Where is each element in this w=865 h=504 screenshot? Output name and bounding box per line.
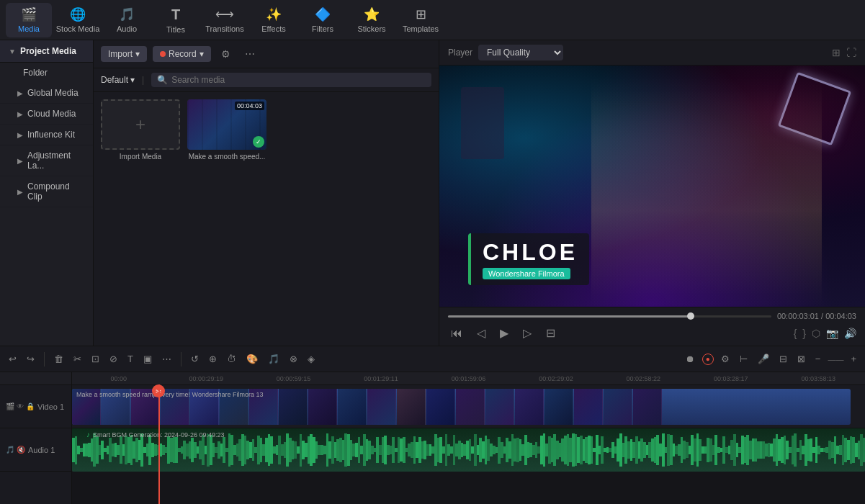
import-button[interactable]: Import ▾ xyxy=(101,46,147,62)
bracket-right-icon[interactable]: } xyxy=(802,328,806,339)
video-shelf-decoration xyxy=(461,87,504,159)
film-frame xyxy=(633,389,662,425)
quality-select[interactable]: Full Quality Half Quality Quarter Qualit… xyxy=(478,45,563,60)
tool-transitions[interactable]: ⟷ Transitions xyxy=(202,3,248,37)
audio-icon: 🎵 xyxy=(119,6,135,22)
mute-icon[interactable]: 🔇 xyxy=(17,446,25,454)
player-icons: ⊞ ⛶ xyxy=(832,47,856,58)
layers-button[interactable]: ⊟ xyxy=(776,352,790,366)
mic-button[interactable]: 🎤 xyxy=(755,352,772,366)
redo-button[interactable]: ↪ xyxy=(24,352,37,366)
right-panel: Player Full Quality Half Quality Quarter… xyxy=(439,40,865,346)
title-card: CHLOE Wondershare Filmora xyxy=(468,233,589,285)
cut-button[interactable]: ✂ xyxy=(71,352,84,366)
transform-button[interactable]: ⊕ xyxy=(206,352,220,366)
select-button[interactable]: ▣ xyxy=(140,352,155,366)
pip-button[interactable]: ⊠ xyxy=(794,352,808,366)
titles-icon: T xyxy=(171,6,180,23)
play-button[interactable]: ▶ xyxy=(497,325,511,341)
record-button[interactable]: Record ▾ xyxy=(153,46,211,62)
tool-titles[interactable]: T Titles xyxy=(153,3,199,37)
rotate-button[interactable]: ↺ xyxy=(188,352,202,366)
tool-stock-media[interactable]: 🌐 Stock Media xyxy=(55,3,101,37)
frame-back-button[interactable]: ◁ xyxy=(474,325,488,341)
video-clip[interactable]: Make a smooth speed ramp every time! Won… xyxy=(72,389,851,425)
speed-button[interactable]: ⏱ xyxy=(224,352,239,366)
ai-button[interactable]: ◈ xyxy=(305,352,318,366)
sidebar-item-folder[interactable]: Folder xyxy=(0,63,93,83)
search-box[interactable]: 🔍 xyxy=(151,73,431,87)
tool-stickers[interactable]: ⭐ Stickers xyxy=(349,3,395,37)
color-button[interactable]: 🎨 xyxy=(243,352,261,366)
chevron-down-icon: ▾ xyxy=(130,75,135,85)
more-options-icon[interactable]: ⋯ xyxy=(241,47,259,61)
fullscreen-toggle-button[interactable]: ⊟ xyxy=(543,325,558,341)
snapshot-icon[interactable]: 📷 xyxy=(826,328,838,339)
player-label: Player xyxy=(448,48,472,58)
delete-button[interactable]: 🗑 xyxy=(51,352,66,366)
progress-handle[interactable] xyxy=(687,312,694,320)
split-button[interactable]: ⊘ xyxy=(107,352,120,366)
timeline-content: 🎬 👁 🔒 Video 1 🎵 🔇 Audio 1 00:00 xyxy=(0,372,865,504)
lock-icon[interactable]: 🔒 xyxy=(26,402,35,410)
filter-icon[interactable]: ⚙ xyxy=(217,47,235,61)
go-start-button[interactable]: ⏮ xyxy=(448,325,465,341)
search-input[interactable] xyxy=(171,75,426,85)
tool-audio-label: Audio xyxy=(117,24,137,33)
video-track-icon[interactable]: 🎬 xyxy=(6,402,14,410)
tool-templates[interactable]: ⊞ Templates xyxy=(398,3,444,37)
sidebar-item-influence-kit[interactable]: ▶ Influence Kit xyxy=(0,125,93,145)
record-tl-button[interactable]: ⏺ xyxy=(683,352,698,366)
grid-icon[interactable]: ⊞ xyxy=(832,47,841,58)
settings-tl-button[interactable]: ⚙ xyxy=(718,352,732,366)
project-media-header[interactable]: ▼ Project Media xyxy=(0,40,93,63)
middle-toolbar: Import ▾ Record ▾ ⚙ ⋯ xyxy=(94,40,439,68)
stabilize-button[interactable]: ⊗ xyxy=(287,352,300,366)
film-frame xyxy=(515,389,544,425)
sidebar-item-global-media[interactable]: ▶ Global Media xyxy=(0,83,93,104)
more-button[interactable]: ⋯ xyxy=(159,352,174,366)
templates-icon: ⊞ xyxy=(416,6,426,22)
sidebar-item-cloud-media[interactable]: ▶ Cloud Media xyxy=(0,104,93,125)
filters-icon: 🔷 xyxy=(315,6,331,22)
text-button[interactable]: T xyxy=(125,352,136,366)
sidebar-item-adjustment-layer[interactable]: ▶ Adjustment La... xyxy=(0,145,93,176)
eye-icon[interactable]: 👁 xyxy=(17,402,24,410)
player-video: CHLOE Wondershare Filmora xyxy=(439,66,865,307)
undo-button[interactable]: ↩ xyxy=(6,352,19,366)
audio-track[interactable]: ♪ Smart BGM Generation: 2024-09-26 09:49… xyxy=(72,428,865,472)
ruler-mark-6: 00:02:58:22 xyxy=(600,375,687,382)
import-media-thumb[interactable]: + xyxy=(101,99,180,150)
tool-effects[interactable]: ✨ Effects xyxy=(251,3,297,37)
tool-audio[interactable]: 🎵 Audio xyxy=(104,3,150,37)
record-circle[interactable]: ● xyxy=(702,354,714,365)
minus-button[interactable]: − xyxy=(812,352,824,366)
video-media-item[interactable]: 00:04:03 ✓ Make a smooth speed... xyxy=(187,99,266,161)
bracket-left-icon[interactable]: { xyxy=(794,328,797,339)
default-dropdown[interactable]: Default ▾ xyxy=(101,75,135,85)
video-media-thumb[interactable]: 00:04:03 ✓ xyxy=(187,99,266,150)
project-media-label: Project Media xyxy=(20,46,76,56)
video-track[interactable]: Make a smooth speed ramp every time! Won… xyxy=(72,385,865,428)
crop-button[interactable]: ⊡ xyxy=(89,352,102,366)
chevron-down-icon: ▾ xyxy=(200,49,204,59)
media-icon: 🎬 xyxy=(21,6,37,22)
import-media-item[interactable]: + Import Media xyxy=(101,99,180,161)
progress-bar[interactable] xyxy=(448,315,771,318)
record-dot-icon xyxy=(160,51,166,57)
plus-button[interactable]: + xyxy=(848,352,859,366)
audio-track-name: Audio 1 xyxy=(28,446,55,454)
audio-track-icon[interactable]: 🎵 xyxy=(6,446,14,454)
sidebar-item-compound-clip[interactable]: ▶ Compound Clip xyxy=(0,176,93,207)
tool-filters[interactable]: 🔷 Filters xyxy=(300,3,346,37)
chevron-right-icon: ▶ xyxy=(17,131,23,139)
film-frame xyxy=(456,389,485,425)
audio-icon[interactable]: 🔊 xyxy=(844,328,856,339)
tool-media[interactable]: 🎬 Media xyxy=(6,3,52,37)
snap-button[interactable]: ⊢ xyxy=(737,352,750,366)
export-frame-icon[interactable]: ⬡ xyxy=(812,328,820,339)
video-frame: CHLOE Wondershare Filmora xyxy=(439,66,865,307)
audio-enhance-button[interactable]: 🎵 xyxy=(265,352,282,366)
fullscreen-icon[interactable]: ⛶ xyxy=(846,47,856,58)
frame-forward-button[interactable]: ▷ xyxy=(520,325,534,341)
